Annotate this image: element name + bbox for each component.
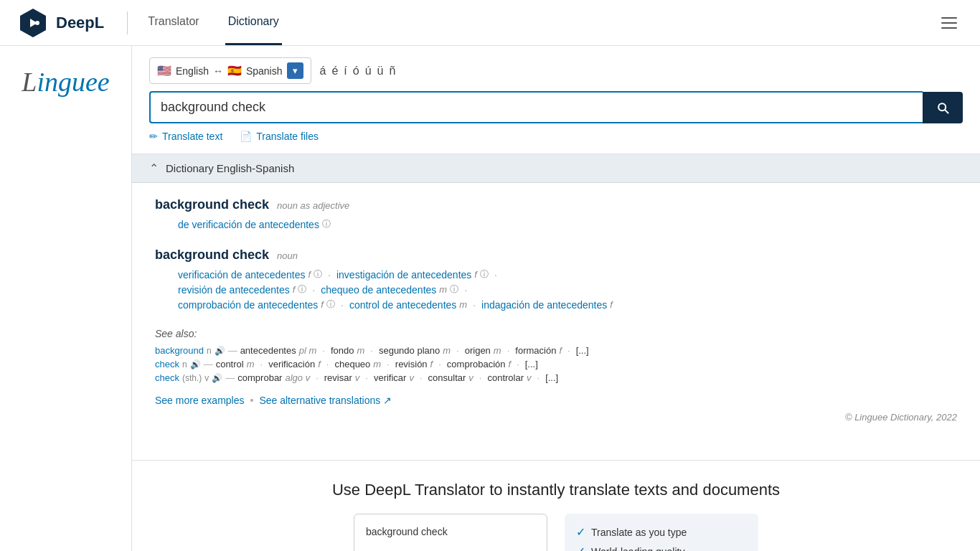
trans-info-2c[interactable]: ⓘ — [298, 283, 306, 296]
trans-control: control de antecedentes — [349, 299, 456, 311]
translation-line-1: de verificación de antecedentes ⓘ — [178, 218, 957, 230]
sound-icon-check-v[interactable]: 🔊 — [212, 373, 222, 383]
alt-translations-label: See alternative translations — [259, 395, 380, 406]
trans-chequeo: chequeo de antecedentes — [321, 284, 436, 296]
dict-header: ⌃ Dictionary English-Spanish — [132, 154, 980, 183]
see-also-block: See also: background n 🔊 — antecedentes … — [155, 328, 957, 428]
lang-from-label: English — [176, 65, 209, 77]
trans-gender-m1: m — [439, 284, 447, 295]
check-icon-2: ✓ — [576, 545, 585, 551]
sep3: · — [312, 284, 315, 296]
translate-links-row: ✏ Translate text 📄 Translate files — [149, 131, 963, 142]
collapse-chevron-icon[interactable]: ⌃ — [149, 161, 159, 175]
translation-line-2c: comprobación de antecedentes f ⓘ · contr… — [178, 298, 957, 311]
see-also-word-check-n: check — [155, 359, 179, 369]
entry-heading-1: background check noun as adjective — [155, 197, 957, 212]
promo-cards: background check ✓ Translate as you type… — [155, 514, 957, 551]
linguee-logo-l: L — [22, 67, 37, 97]
trans-verificacion: verificación de antecedentes — [178, 269, 305, 281]
logo-area: DeepL — [17, 7, 104, 39]
search-section: 🇺🇸 English ↔ 🇪🇸 Spanish ▾ á é í ó ú ü ñ — [132, 46, 980, 154]
trans-info-2a[interactable]: ⓘ — [314, 268, 322, 281]
alt-translations-link[interactable]: See alternative translations ↗ — [259, 395, 392, 406]
sound-icon-check-n[interactable]: 🔊 — [190, 359, 201, 369]
linguee-logo-rest: inguee — [37, 67, 109, 97]
hamburger-menu[interactable] — [936, 11, 963, 34]
see-also-row-check-v: check (sth.) v 🔊 — comprobar algo v · re… — [155, 372, 957, 383]
see-also-label: See also: — [155, 328, 957, 339]
promo-feature-label-1: Translate as you type — [591, 527, 687, 538]
see-also-row-background: background n 🔊 — antecedentes pl m · fon… — [155, 345, 957, 356]
entry-term-2: background check — [155, 248, 269, 262]
nav-dictionary[interactable]: Dictionary — [225, 0, 282, 45]
translate-files-link[interactable]: 📄 Translate files — [240, 131, 319, 142]
nav-translator[interactable]: Translator — [145, 0, 202, 45]
main-nav: Translator Dictionary — [145, 0, 282, 45]
translate-files-label: Translate files — [256, 131, 319, 142]
see-more-examples-link[interactable]: See more examples — [155, 395, 245, 406]
linguee-logo: Linguee — [22, 66, 109, 98]
ext-link-icon: ↗ — [383, 395, 392, 406]
trans-info-2d[interactable]: ⓘ — [450, 283, 458, 296]
promo-section: Use DeepL Translator to instantly transl… — [132, 460, 980, 551]
translate-text-link[interactable]: ✏ Translate text — [149, 131, 222, 142]
lang-selector-row: 🇺🇸 English ↔ 🇪🇸 Spanish ▾ á é í ó ú ü ñ — [149, 57, 963, 84]
trans-revision: revisión de antecedentes — [178, 284, 290, 296]
trans-gender-f1: f — [308, 269, 311, 280]
search-input[interactable] — [149, 91, 923, 123]
hamburger-line-2 — [941, 22, 957, 24]
check-icon-1: ✓ — [576, 525, 585, 539]
see-also-word-background: background — [155, 345, 204, 356]
promo-title: Use DeepL Translator to instantly transl… — [155, 481, 957, 499]
search-button[interactable] — [923, 92, 963, 123]
svg-point-2 — [35, 21, 39, 25]
lang-dropdown-arrow[interactable]: ▾ — [287, 62, 303, 79]
trans-gender-f2: f — [474, 269, 477, 280]
more-links: See more examples • See alternative tran… — [155, 395, 957, 406]
trans-info-2b[interactable]: ⓘ — [480, 268, 489, 281]
promo-input-text: background check — [366, 526, 448, 537]
promo-feature-label-2: World-leading quality — [591, 546, 684, 552]
special-chars: á é í ó ú ü ñ — [320, 65, 396, 77]
right-panel: 🇺🇸 English ↔ 🇪🇸 Spanish ▾ á é í ó ú ü ñ — [132, 46, 980, 551]
see-also-row-check-n: check n 🔊 — control m · verificación f ·… — [155, 359, 957, 369]
entry-pos-1: noun as adjective — [277, 200, 349, 211]
bullet-sep: • — [250, 395, 254, 406]
special-char-n-tilde[interactable]: ñ — [390, 65, 396, 77]
special-char-u-umlaut[interactable]: ü — [377, 65, 384, 77]
trans-gender-f3: f — [293, 284, 296, 295]
trans-info-icon-1[interactable]: ⓘ — [322, 218, 331, 230]
entry-pos-2: noun — [277, 250, 298, 261]
sep1: · — [328, 269, 331, 281]
translate-text-label: Translate text — [162, 131, 222, 142]
header-divider — [127, 11, 128, 34]
sound-icon-background[interactable]: 🔊 — [215, 346, 225, 356]
see-also-word-check-v: check — [155, 372, 179, 383]
entry-term-1: background check — [155, 197, 269, 212]
promo-features-card: ✓ Translate as you type ✓ World-leading … — [565, 514, 758, 551]
deepl-logo-icon — [17, 7, 49, 39]
trans-gender-f5: f — [610, 299, 613, 310]
header: DeepL Translator Dictionary — [0, 0, 980, 46]
hamburger-line-3 — [941, 27, 957, 29]
entry-noun: background check noun verificación de an… — [155, 248, 957, 311]
sep4: · — [464, 284, 467, 296]
search-input-row — [149, 91, 963, 123]
special-char-e-acute[interactable]: é — [331, 65, 338, 77]
see-also-abbr-background: n — [207, 346, 212, 356]
trans-item-1: de verificación de antecedentes — [178, 219, 319, 230]
lang-from-flag: 🇺🇸 — [157, 64, 171, 77]
main-wrapper: Linguee 🇺🇸 English ↔ 🇪🇸 Spanish ▾ á é í — [0, 46, 980, 551]
special-char-a-acute[interactable]: á — [320, 65, 326, 77]
special-char-i-acute[interactable]: í — [344, 65, 347, 77]
trans-info-2e[interactable]: ⓘ — [326, 298, 335, 311]
lang-to-flag: 🇪🇸 — [227, 64, 242, 77]
special-char-u-acute[interactable]: ú — [365, 65, 372, 77]
special-char-o-acute[interactable]: ó — [353, 65, 359, 77]
file-icon: 📄 — [240, 131, 252, 142]
translation-line-2b: revisión de antecedentes f ⓘ · chequeo d… — [178, 283, 957, 296]
copyright: © Linguee Dictionary, 2022 — [155, 406, 957, 428]
left-panel: Linguee — [0, 46, 132, 551]
language-selector[interactable]: 🇺🇸 English ↔ 🇪🇸 Spanish ▾ — [149, 57, 311, 84]
trans-investigacion: investigación de antecedentes — [336, 269, 471, 281]
